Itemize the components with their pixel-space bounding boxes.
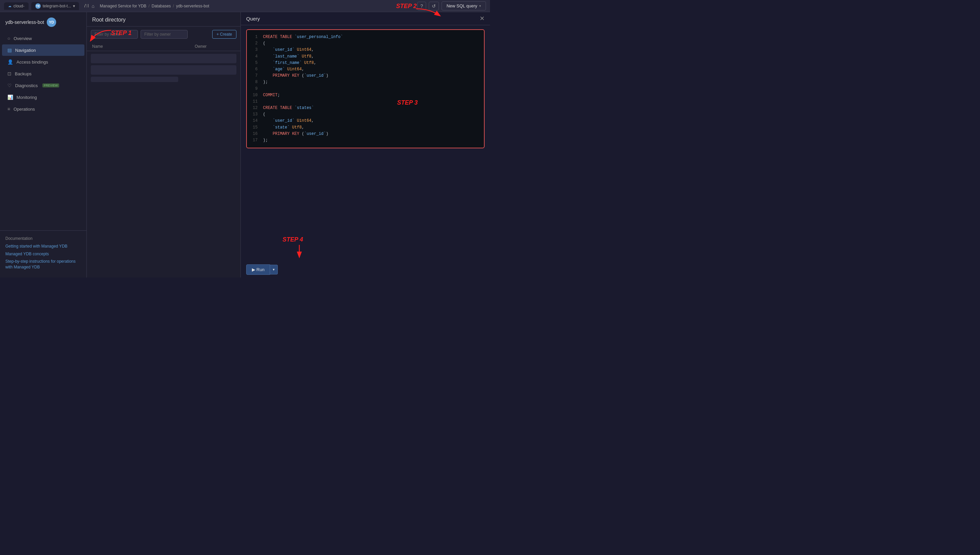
docs-title: Documentation xyxy=(5,236,81,241)
new-sql-dropdown-arrow: ▾ xyxy=(479,4,481,8)
help-icon-button[interactable]: ? xyxy=(417,2,426,10)
sidebar-item-access-bindings-label: Access bindings xyxy=(16,59,48,64)
breadcrumb-databases: Databases xyxy=(152,4,171,8)
sidebar-item-operations-label: Operations xyxy=(13,107,35,112)
sidebar-item-navigation[interactable]: ▤ Navigation xyxy=(2,44,85,56)
col-name-header: Name xyxy=(92,44,195,49)
code-line-2: 2 ( xyxy=(251,40,480,47)
code-line-14: 14 `user_id` Uint64, xyxy=(251,118,480,124)
filter-owner-input[interactable] xyxy=(141,30,188,38)
sidebar-item-navigation-label: Navigation xyxy=(15,48,36,53)
refresh-button[interactable]: ↺ xyxy=(429,2,439,10)
sidebar-item-diagnostics[interactable]: ♡ Diagnostics PREVIEW xyxy=(2,80,85,91)
create-label: + Create xyxy=(216,32,232,37)
breadcrumb: Managed Service for YDB / Databases / yd… xyxy=(100,4,209,8)
tab-dropdown-icon: ▾ xyxy=(73,4,75,8)
filter-name-input[interactable] xyxy=(91,30,138,38)
sidebar-item-operations[interactable]: ≡ Operations xyxy=(2,103,85,115)
te-badge: TE xyxy=(35,3,41,9)
bot-tab-label: telegram-bot-t... xyxy=(43,4,71,8)
code-line-8: 8 ); xyxy=(251,79,480,85)
table-row-thin xyxy=(91,77,178,82)
content-split: Root directory + Create Name Owner xyxy=(87,12,490,278)
preview-badge: PREVIEW xyxy=(42,83,59,87)
code-line-7: 7 PRIMARY KEY (`user_id`) xyxy=(251,73,480,79)
sidebar-item-access-bindings[interactable]: 👤 Access bindings xyxy=(2,56,85,67)
topology-icon: ⛙ xyxy=(85,3,89,8)
overview-icon: ○ xyxy=(7,36,10,41)
new-sql-label: New SQL query xyxy=(447,3,477,8)
run-dropdown-button[interactable]: ▾ xyxy=(270,265,278,274)
close-icon: ✕ xyxy=(480,15,485,22)
left-panel: Root directory + Create Name Owner xyxy=(87,12,241,278)
monitoring-icon: 📊 xyxy=(7,95,13,100)
breadcrumb-db: ydb-serverless-bot xyxy=(176,4,209,8)
code-line-12: 12 CREATE TABLE `states` xyxy=(251,105,480,111)
code-line-1: 1 CREATE TABLE `user_personal_info` xyxy=(251,34,480,40)
run-button[interactable]: ▶ Run xyxy=(246,265,270,275)
sidebar-item-diagnostics-label: Diagnostics xyxy=(15,83,38,88)
breadcrumb-sep2: / xyxy=(173,4,174,8)
sidebar-item-backups[interactable]: ⊡ Backups xyxy=(2,68,85,79)
code-line-4: 4 `last_name` Utf8, xyxy=(251,53,480,60)
run-label: ▶ Run xyxy=(252,267,264,272)
code-editor[interactable]: 1 CREATE TABLE `user_personal_info` 2 ( … xyxy=(246,29,485,148)
main-layout: ydb-serverless-bot YD ○ Overview ▤ Navig… xyxy=(0,12,490,278)
col-owner-header: Owner xyxy=(195,44,235,49)
docs-link-getting-started[interactable]: Getting started with Managed YDB xyxy=(5,244,81,249)
sidebar-docs: Documentation Getting started with Manag… xyxy=(0,230,86,278)
docs-link-instructions[interactable]: Step-by-step instructions for operations… xyxy=(5,259,81,270)
table-rows xyxy=(87,51,240,86)
code-line-10: 10 COMMIT; xyxy=(251,92,480,99)
code-line-17: 17 ); xyxy=(251,137,480,144)
table-row[interactable] xyxy=(91,54,236,63)
filter-row: + Create xyxy=(87,27,240,42)
content-area: Root directory + Create Name Owner xyxy=(87,12,490,278)
cloud-tab[interactable]: ☁ cloud- xyxy=(4,2,29,10)
code-line-13: 13 ( xyxy=(251,111,480,118)
breadcrumb-service: Managed Service for YDB xyxy=(100,4,147,8)
docs-link-concepts[interactable]: Managed YDB concepts xyxy=(5,251,81,257)
cloud-tab-label: cloud- xyxy=(13,4,24,8)
navigation-icon: ▤ xyxy=(7,47,12,53)
table-row[interactable] xyxy=(91,65,236,75)
sidebar-header: ydb-serverless-bot YD xyxy=(0,15,86,31)
query-header: Query ✕ xyxy=(241,12,490,25)
panel-header: Root directory xyxy=(87,12,240,27)
query-footer: ▶ Run ▾ xyxy=(241,262,490,278)
code-line-3: 3 `user_id` Uint64, xyxy=(251,47,480,53)
sidebar-item-overview-label: Overview xyxy=(13,36,32,41)
db-name: ydb-serverless-bot xyxy=(5,19,44,25)
query-title: Query xyxy=(246,16,260,21)
code-line-16: 16 PRIMARY KEY (`user_id`) xyxy=(251,131,480,137)
sidebar-item-backups-label: Backups xyxy=(15,71,32,76)
close-query-button[interactable]: ✕ xyxy=(480,16,485,21)
avatar-initials: YD xyxy=(49,20,54,24)
access-bindings-icon: 👤 xyxy=(7,59,13,64)
sidebar: ydb-serverless-bot YD ○ Overview ▤ Navig… xyxy=(0,12,87,278)
diagnostics-icon: ♡ xyxy=(7,83,12,88)
table-header: Name Owner xyxy=(87,42,240,51)
bot-tab[interactable]: TE telegram-bot-t... ▾ xyxy=(31,2,79,10)
cloud-icon: ☁ xyxy=(8,4,11,8)
backups-icon: ⊡ xyxy=(7,71,11,76)
create-button[interactable]: + Create xyxy=(212,30,236,38)
code-line-15: 15 `state` Utf8, xyxy=(251,124,480,131)
breadcrumb-sep1: / xyxy=(148,4,149,8)
sidebar-nav: ○ Overview ▤ Navigation 👤 Access binding… xyxy=(0,31,86,230)
code-line-6: 6 `age` Uint64, xyxy=(251,66,480,73)
sidebar-item-overview[interactable]: ○ Overview xyxy=(2,33,85,44)
topbar: ☁ cloud- TE telegram-bot-t... ▾ ⛙ ⌂ Mana… xyxy=(0,0,490,12)
home-icon[interactable]: ⌂ xyxy=(91,3,94,9)
operations-icon: ≡ xyxy=(7,106,10,112)
sidebar-item-monitoring[interactable]: 📊 Monitoring xyxy=(2,91,85,103)
sidebar-item-monitoring-label: Monitoring xyxy=(16,95,37,100)
code-line-5: 5 `first_name` Utf8, xyxy=(251,60,480,66)
code-line-11: 11 xyxy=(251,99,480,105)
right-panel: Query ✕ 1 CREATE TABLE `user_personal_in… xyxy=(241,12,490,278)
code-line-9: 9 xyxy=(251,86,480,92)
avatar: YD xyxy=(47,18,56,27)
new-sql-query-button[interactable]: New SQL query ▾ xyxy=(442,2,486,10)
